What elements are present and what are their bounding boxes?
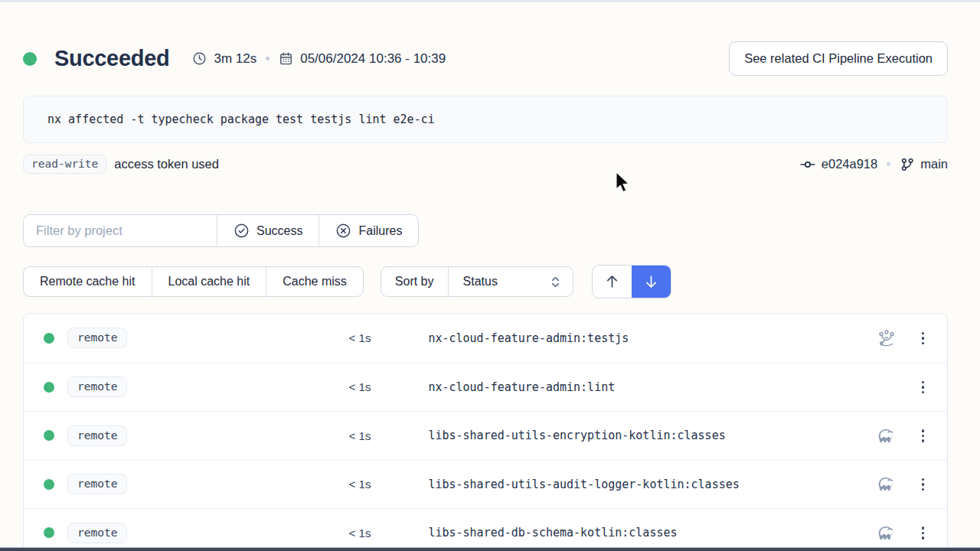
run-status-dot	[23, 52, 37, 66]
branch-name[interactable]: main	[920, 157, 948, 171]
access-token-label: access token used	[114, 157, 219, 171]
commit-sha[interactable]: e024a918	[822, 157, 877, 171]
access-token-badge: read-write	[23, 155, 106, 174]
cache-filter-group: Remote cache hit Local cache hit Cache m…	[23, 266, 364, 297]
tool-icon	[877, 377, 897, 397]
cache-source-badge: remote	[67, 523, 127, 543]
task-duration: < 1s	[127, 478, 371, 491]
sort-select[interactable]: Status	[448, 267, 573, 296]
table-row: remote < 1s libs-shared-utils-encryption…	[24, 411, 947, 460]
viewport-bottom-bar	[0, 547, 980, 551]
cache-source-badge: remote	[67, 425, 127, 446]
task-name[interactable]: libs-shared-utils-encryption-kotlin:clas…	[428, 429, 876, 442]
table-row: remote < 1s nx-cloud-feature-admin:lint	[24, 363, 947, 412]
arrow-up-icon	[604, 273, 620, 290]
sort-by-label: Sort by	[381, 267, 448, 296]
cache-source-badge: remote	[67, 474, 127, 494]
cache-source-badge: remote	[67, 328, 127, 348]
cache-miss-tab[interactable]: Cache miss	[266, 267, 363, 296]
table-row: remote < 1s nx-cloud-feature-admin:testj…	[24, 314, 947, 363]
task-status-dot	[44, 479, 54, 490]
related-pipeline-button[interactable]: See related CI Pipeline Execution	[729, 41, 948, 76]
token-row: read-write access token used e024a918 ma…	[23, 155, 948, 174]
task-table: remote < 1s nx-cloud-feature-admin:testj…	[23, 313, 948, 551]
local-cache-hit-tab[interactable]: Local cache hit	[152, 267, 266, 296]
run-duration: 3m 12s	[192, 51, 256, 67]
success-filter-button[interactable]: Success	[217, 215, 318, 246]
task-duration: < 1s	[127, 527, 371, 540]
project-filter-group: Success Failures	[23, 214, 419, 247]
vcs-info: e024a918 main	[799, 156, 948, 173]
calendar-icon	[279, 51, 293, 66]
run-details-page: Succeeded 3m 12s 05/06/2024 10:36 - 10:3…	[0, 41, 980, 551]
task-name[interactable]: libs-shared-db-schema-kotlin:classes	[428, 526, 876, 540]
table-row: remote < 1s libs-shared-db-schema-kotlin…	[24, 508, 947, 551]
table-row: remote < 1s libs-shared-utils-audit-logg…	[24, 460, 947, 509]
task-status-dot	[44, 382, 54, 393]
remote-cache-hit-tab[interactable]: Remote cache hit	[24, 267, 152, 296]
task-name[interactable]: libs-shared-utils-audit-logger-kotlin:cl…	[428, 478, 876, 491]
select-chevrons-icon	[550, 276, 561, 289]
branch-icon	[900, 157, 915, 172]
run-command-block: nx affected -t typecheck package test te…	[23, 96, 948, 143]
task-name[interactable]: nx-cloud-feature-admin:lint	[428, 380, 876, 394]
run-date-range: 05/06/2024 10:36 - 10:39	[279, 51, 446, 67]
task-name[interactable]: nx-cloud-feature-admin:testjs	[428, 331, 876, 345]
row-menu-button[interactable]	[919, 475, 928, 494]
project-filter-input[interactable]	[24, 215, 217, 246]
gradle-icon	[877, 425, 897, 445]
sort-ascending-button[interactable]	[593, 266, 632, 298]
arrow-down-icon	[643, 273, 659, 290]
check-circle-icon	[234, 223, 250, 239]
sort-group: Sort by Status	[381, 266, 573, 297]
filter-row: Success Failures	[23, 214, 948, 247]
gradle-icon	[877, 523, 897, 543]
meta-separator-dot	[266, 57, 270, 60]
task-status-dot	[44, 527, 54, 538]
cache-source-badge: remote	[67, 377, 127, 397]
page-top-divider	[0, 0, 980, 2]
task-status-dot	[44, 333, 54, 344]
commit-icon	[799, 156, 816, 173]
task-status-dot	[44, 430, 54, 441]
sort-descending-button[interactable]	[632, 266, 671, 298]
task-duration: < 1s	[127, 429, 371, 442]
gradle-icon	[877, 474, 897, 494]
row-menu-button[interactable]	[919, 523, 928, 543]
row-menu-button[interactable]	[919, 329, 928, 348]
clock-icon	[192, 51, 207, 66]
row-menu-button[interactable]	[919, 426, 928, 445]
vcs-separator-dot	[887, 162, 890, 166]
failures-filter-button[interactable]: Failures	[318, 215, 418, 246]
sort-direction-group	[592, 265, 671, 298]
task-duration: < 1s	[127, 380, 371, 393]
task-duration: < 1s	[127, 331, 371, 344]
page-title: Succeeded	[54, 46, 169, 71]
cache-filter-row: Remote cache hit Local cache hit Cache m…	[23, 265, 948, 298]
jest-icon	[877, 328, 897, 348]
x-circle-icon	[335, 223, 351, 239]
run-header: Succeeded 3m 12s 05/06/2024 10:36 - 10:3…	[23, 41, 948, 76]
row-menu-button[interactable]	[919, 378, 928, 397]
